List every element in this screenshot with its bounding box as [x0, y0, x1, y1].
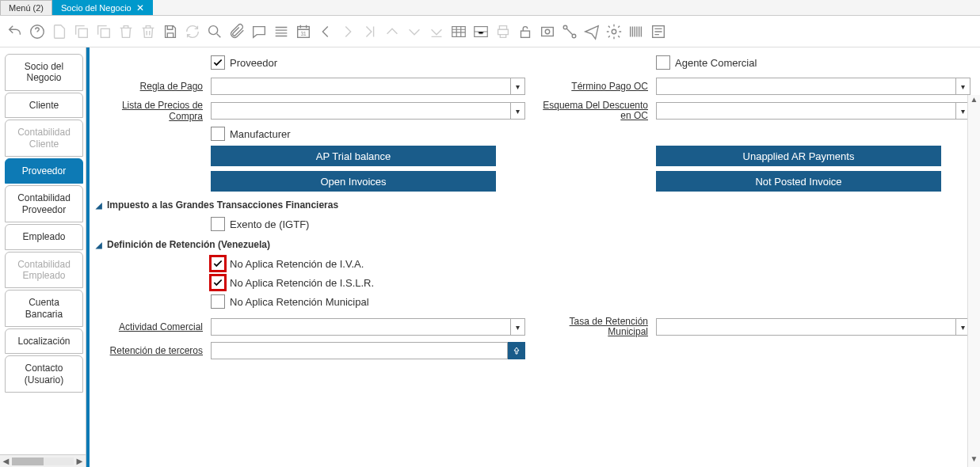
calendar-icon[interactable]: 31 [295, 23, 312, 40]
first-icon[interactable] [361, 23, 379, 40]
frame-icon[interactable] [539, 23, 556, 40]
tasa-retencion-municipal-input[interactable] [656, 318, 956, 336]
chat-icon[interactable] [250, 23, 268, 40]
proveedor-label: Proveedor [230, 57, 277, 69]
new-icon[interactable] [51, 23, 68, 40]
svg-point-13 [612, 29, 616, 34]
sidebar-item-cont-empleado[interactable]: Contabilidad Empleado [5, 252, 83, 289]
delete-all-icon[interactable] [139, 23, 157, 40]
actividad-comercial-label[interactable]: Actividad Comercial [96, 321, 211, 332]
form-content: Proveedor Agente Comercial Regla de Pago… [90, 47, 980, 467]
lines-icon[interactable] [273, 23, 290, 40]
sidebar: Socio del Negocio Cliente Contabilidad C… [0, 47, 86, 467]
sidebar-item-proveedor[interactable]: Proveedor [5, 158, 83, 184]
svg-rect-8 [521, 31, 530, 37]
retencion-terceros-input[interactable] [211, 342, 508, 359]
section-igtf[interactable]: ◢ Impuesto a las Grandes Transacciones F… [96, 199, 970, 211]
delete-icon[interactable] [117, 23, 135, 40]
svg-point-3 [209, 25, 218, 34]
help-icon[interactable] [29, 23, 46, 40]
sidebar-item-socio[interactable]: Socio del Negocio [5, 54, 83, 91]
manufacturer-label: Manufacturer [230, 128, 291, 140]
no-aplica-municipal-label: No Aplica Retención Municipal [230, 296, 369, 308]
esquema-descuento-oc-input[interactable] [656, 102, 956, 120]
sidebar-item-cont-proveedor[interactable]: Contabilidad Proveedor [5, 185, 83, 222]
copy-icon[interactable] [73, 23, 90, 40]
retencion-terceros-action[interactable] [508, 342, 525, 359]
up-icon[interactable] [383, 23, 401, 40]
sidebar-item-cont-cliente[interactable]: Contabilidad Cliente [5, 120, 83, 157]
proveedor-checkbox[interactable] [211, 55, 225, 70]
lista-precios-compra-label[interactable]: Lista de Precios de Compra [96, 100, 211, 122]
save-icon[interactable] [162, 23, 179, 40]
workflow-icon[interactable] [561, 23, 578, 40]
actividad-comercial-drop[interactable]: ▾ [511, 318, 525, 336]
tasa-retencion-municipal-label[interactable]: Tasa de Retención Municipal [541, 317, 656, 337]
actividad-comercial-input[interactable] [211, 318, 511, 336]
search-icon[interactable] [206, 23, 223, 40]
send-icon[interactable] [583, 23, 601, 40]
sidebar-item-cuenta-bancaria[interactable]: Cuenta Bancaria [5, 290, 83, 327]
content-vscrollbar[interactable]: ▲ ▼ [967, 95, 980, 467]
svg-point-11 [563, 25, 567, 29]
section-retencion[interactable]: ◢ Definición de Retención (Venezuela) [96, 239, 970, 250]
section-toggle-icon[interactable]: ◢ [96, 201, 102, 210]
svg-point-10 [545, 29, 550, 34]
regla-pago-label[interactable]: Regla de Pago [96, 81, 211, 92]
termino-pago-oc-drop[interactable]: ▾ [956, 78, 970, 95]
prev-icon[interactable] [317, 23, 334, 40]
sidebar-item-contacto[interactable]: Contacto (Usuario) [5, 355, 83, 393]
no-aplica-islr-label: No Aplica Retención de I.S.L.R. [230, 277, 374, 289]
unapplied-ar-payments-button[interactable]: Unapplied AR Payments [656, 146, 941, 166]
sidebar-item-localizacion[interactable]: Localización [5, 328, 83, 354]
grid-icon[interactable] [450, 23, 467, 40]
refresh-icon[interactable] [184, 23, 201, 40]
regla-pago-input[interactable] [211, 78, 511, 95]
settings-icon[interactable] [605, 23, 623, 40]
lock-icon[interactable] [517, 23, 534, 40]
manufacturer-checkbox[interactable] [211, 127, 225, 141]
svg-text:31: 31 [300, 30, 307, 36]
termino-pago-oc-label[interactable]: Término Pago OC [541, 81, 656, 92]
copy2-icon[interactable] [95, 23, 112, 40]
toolbar: 31 [0, 16, 980, 47]
sidebar-hscrollbar[interactable]: ◄► [0, 454, 86, 467]
undo-icon[interactable] [6, 23, 24, 40]
no-aplica-iva-label: No Aplica Retención de I.V.A. [230, 258, 364, 270]
svg-rect-1 [78, 28, 87, 37]
lista-precios-compra-input[interactable] [211, 102, 511, 120]
esquema-descuento-oc-label[interactable]: Esquema Del Descuento en OC [541, 101, 656, 121]
down-icon[interactable] [406, 23, 423, 40]
tab-socio-del-negocio[interactable]: Socio del Negocio ✕ [52, 0, 153, 15]
lista-precios-compra-drop[interactable]: ▾ [511, 102, 525, 120]
sidebar-item-empleado[interactable]: Empleado [5, 224, 83, 249]
no-aplica-iva-checkbox[interactable] [211, 256, 225, 271]
sidebar-item-cliente[interactable]: Cliente [5, 93, 83, 118]
report-icon[interactable] [650, 23, 667, 40]
retencion-terceros-label[interactable]: Retención de terceros [96, 345, 211, 356]
termino-pago-oc-input[interactable] [656, 78, 956, 95]
svg-rect-6 [452, 26, 466, 36]
exento-igtf-checkbox[interactable] [211, 217, 225, 231]
last-icon[interactable] [428, 23, 445, 40]
open-invoices-button[interactable]: Open Invoices [211, 171, 496, 192]
attach-icon[interactable] [228, 23, 246, 40]
svg-point-12 [572, 34, 576, 38]
window-tabs: Menú (2) Socio del Negocio ✕ [0, 0, 980, 16]
svg-rect-2 [101, 28, 109, 37]
close-tab-icon[interactable]: ✕ [136, 2, 144, 13]
no-aplica-municipal-checkbox[interactable] [211, 294, 225, 309]
ap-trial-balance-button[interactable]: AP Trial balance [211, 146, 496, 166]
section-toggle-icon[interactable]: ◢ [96, 241, 102, 249]
next-icon[interactable] [339, 23, 357, 40]
barcode-icon[interactable] [627, 23, 645, 40]
agente-comercial-checkbox[interactable] [656, 55, 670, 70]
no-aplica-islr-checkbox[interactable] [211, 275, 225, 290]
inbox-icon[interactable] [472, 23, 490, 40]
tab-menu[interactable]: Menú (2) [0, 0, 52, 15]
svg-rect-9 [542, 27, 554, 36]
agente-comercial-label: Agente Comercial [675, 57, 757, 69]
print-icon[interactable] [494, 23, 512, 40]
not-posted-invoice-button[interactable]: Not Posted Invoice [656, 171, 941, 192]
regla-pago-drop[interactable]: ▾ [511, 78, 525, 95]
